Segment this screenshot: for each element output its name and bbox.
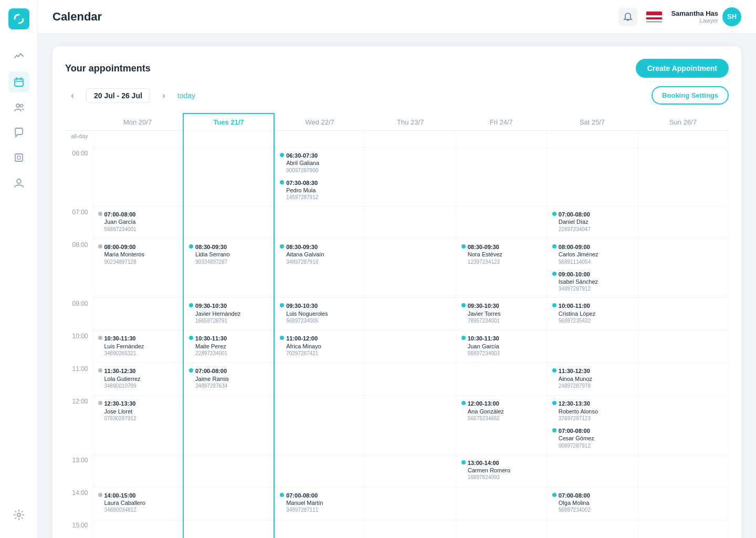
- 1200-fri: 12:00-13:00 Ana González 56675234682: [456, 396, 547, 454]
- appt-mon-0800[interactable]: 08:00-09:00 Maria Monteros 90234897128: [95, 241, 181, 267]
- 0800-mon: 08:00-09:00 Maria Monteros 90234897128: [92, 239, 183, 298]
- appt-details: 08:00-09:00 Carlos Jiménez 56891114054: [559, 243, 598, 265]
- svg-point-9: [17, 513, 20, 516]
- appt-wed-0930[interactable]: 09:30-10:30 Luis Nogueroles 56897234005: [277, 300, 363, 326]
- content-area: Your appointments Create Appointment ‹ 2…: [38, 34, 756, 538]
- appt-dot: [280, 244, 284, 249]
- appt-sat-0900[interactable]: 09:00-10:00 Isabel Sánchez 34897287912: [549, 268, 635, 295]
- 1000-sun: [637, 330, 728, 363]
- allday-mon: [92, 131, 183, 148]
- 1100-sun: [637, 363, 728, 396]
- appt-wed-1100[interactable]: 11:00-12:00 África Minayo 70297287421: [277, 333, 363, 359]
- allday-tue: [183, 131, 274, 148]
- 0600-sat: [547, 148, 637, 206]
- 0800-thu: [365, 239, 456, 298]
- user-role: Lawyer: [671, 17, 718, 24]
- 1200-wed: [274, 396, 365, 454]
- 1500-thu: [365, 520, 456, 538]
- appt-dot: [280, 303, 284, 307]
- appt-dot: [461, 303, 466, 307]
- today-button[interactable]: today: [177, 91, 195, 100]
- user-avatar[interactable]: SH: [722, 7, 741, 26]
- appt-details: 07:00-08:00 Jaime Ramis 34897287634: [195, 367, 229, 389]
- card-header: Your appointments Create Appointment: [65, 59, 729, 78]
- 0900-fri: 09:30-10:30 Javier Torres 78957234001: [456, 298, 547, 330]
- sidebar-item-calendar[interactable]: [8, 71, 29, 92]
- appt-wed-0630[interactable]: 06:30-07:30 Abril Galiana 00097287900: [277, 150, 363, 176]
- 1500-fri: [456, 520, 547, 538]
- appt-wed-0730[interactable]: 07:30-08:30 Pedro Mula 14597287912: [277, 177, 363, 203]
- appt-details: 12:30-13:30 Roberto Alonso 37697287123: [559, 400, 598, 422]
- appt-details: 13:00-14:00 Carmen Romero 16897824093: [468, 459, 510, 481]
- 0600-fri: [456, 148, 547, 206]
- appt-fri-0930[interactable]: 09:30-10:30 Javier Torres 78957234001: [458, 300, 544, 326]
- row-1500: 15:00: [65, 520, 729, 538]
- appt-fri-1200[interactable]: 12:00-13:00 Ana González 56675234682: [458, 398, 544, 424]
- create-appointment-button[interactable]: Create Appointment: [636, 59, 729, 78]
- sidebar: [0, 0, 38, 538]
- page-title: Calendar: [52, 10, 618, 24]
- next-week-button[interactable]: ›: [156, 88, 171, 103]
- appt-tue-0700b[interactable]: 07:00-08:00 Jaime Ramis 34897287634: [186, 365, 271, 391]
- prev-week-button[interactable]: ‹: [65, 88, 80, 103]
- sidebar-item-contacts[interactable]: [8, 97, 29, 118]
- appt-mon-1030[interactable]: 10:30-11:30 Luis Fernández 34890265321: [95, 333, 181, 359]
- appt-dot: [189, 336, 193, 340]
- 0900-wed: 09:30-10:30 Luis Nogueroles 56897234005: [274, 298, 365, 330]
- appt-sat-0800[interactable]: 08:00-09:00 Carlos Jiménez 56891114054: [549, 241, 635, 267]
- 1100-tue: 07:00-08:00 Jaime Ramis 34897287634: [183, 363, 274, 396]
- appt-tue-0930[interactable]: 09:30-10:30 Javier Hernández 16659728791: [186, 300, 271, 326]
- col-header-thu: Thu 23/7: [365, 113, 456, 131]
- appt-wed-0700b[interactable]: 07:00-08:00 Manuel Martín 34897287111: [277, 490, 363, 516]
- appt-details: 10:30-11:30 Juan García 56897234003: [468, 335, 500, 357]
- 1300-fri: 13:00-14:00 Carmen Romero 16897824093: [456, 454, 547, 487]
- 0700-sun: [637, 206, 728, 239]
- sidebar-item-profile[interactable]: [8, 172, 29, 193]
- sidebar-item-settings[interactable]: [8, 504, 29, 525]
- sidebar-item-chat[interactable]: [8, 122, 29, 143]
- appt-details: 09:30-10:30 Luis Nogueroles 56897234005: [286, 302, 328, 324]
- appt-mon-1400[interactable]: 14:00-15:00 Laura Caballero 34890034812: [95, 490, 181, 516]
- appt-sat-0700b[interactable]: 07:00-08:00 Cesar Gómez 00897287912: [549, 425, 635, 451]
- sidebar-item-box[interactable]: [8, 147, 29, 168]
- 1200-thu: [365, 396, 456, 454]
- app-logo: [8, 8, 29, 29]
- appt-dot: [552, 212, 556, 216]
- 0600-thu: [365, 148, 456, 206]
- 1500-sat: [547, 520, 637, 538]
- appt-mon-0700[interactable]: 07:00-08:00 Juan García 56897234001: [95, 209, 181, 235]
- appt-sat-0700c[interactable]: 07:00-08:00 Olga Molina 56897234002: [549, 490, 635, 516]
- 0900-tue: 09:30-10:30 Javier Hernández 16659728791: [183, 298, 274, 330]
- appt-dot: [552, 368, 556, 373]
- appt-dot: [98, 244, 102, 249]
- 0800-tue: 08:30-09:30 Lidia Serrano 90334897287: [183, 239, 274, 298]
- row-1400: 14:00 14:00-15:00 Laura Caballero 348900…: [65, 487, 729, 520]
- appt-details: 08:30-09:30 Nora Estévez 12397234123: [468, 243, 502, 265]
- appt-sat-1230[interactable]: 12:30-13:30 Roberto Alonso 37697287123: [549, 398, 635, 424]
- appt-details: 09:00-10:00 Isabel Sánchez 34897287912: [559, 271, 598, 293]
- 1200-mon: 12:30-13:30 Jose Lloret 07830287912: [92, 396, 183, 454]
- appt-sat-0700[interactable]: 07:00-08:00 Daniel Díaz 22897234047: [549, 209, 635, 235]
- booking-settings-button[interactable]: Booking Settings: [652, 86, 729, 105]
- appt-mon-1230[interactable]: 12:30-13:30 Jose Lloret 07830287912: [95, 398, 181, 424]
- appt-fri-1300[interactable]: 13:00-14:00 Carmen Romero 16897824093: [458, 457, 544, 483]
- appt-details: 08:00-09:00 Maria Monteros 90234897128: [104, 243, 144, 265]
- appt-fri-1030[interactable]: 10:30-11:30 Juan García 56897234003: [458, 333, 544, 359]
- appt-sat-1130[interactable]: 11:30-12:30 Ainoa Munoz 24897287978: [549, 365, 635, 391]
- appt-mon-1130[interactable]: 11:30-12:30 Lola Gutierrez 34890010789: [95, 365, 181, 391]
- appt-sat-1000[interactable]: 10:00-11:00 Cristina López 56897235432: [549, 300, 635, 326]
- appt-wed-0830[interactable]: 08:30-09:30 Aitana Galvaín 34897287918: [277, 241, 363, 267]
- appt-tue-1030[interactable]: 10:30-11:30 Maite Perez 22897234001: [186, 333, 271, 359]
- sidebar-item-activity[interactable]: [8, 46, 29, 67]
- allday-label: all-day: [65, 131, 92, 148]
- appt-dot: [189, 368, 193, 373]
- appt-fri-0830[interactable]: 08:30-09:30 Nora Estévez 12397234123: [458, 241, 544, 267]
- 1400-mon: 14:00-15:00 Laura Caballero 34890034812: [92, 487, 183, 520]
- appt-details: 07:00-08:00 Cesar Gómez 00897287912: [559, 427, 594, 449]
- notifications-button[interactable]: [618, 7, 637, 26]
- language-selector[interactable]: [646, 11, 663, 23]
- appt-details: 12:00-13:00 Ana González 56675234682: [468, 400, 504, 422]
- 1400-wed: 07:00-08:00 Manuel Martín 34897287111: [274, 487, 365, 520]
- 0800-fri: 08:30-09:30 Nora Estévez 12397234123: [456, 239, 547, 298]
- appt-tue-0830[interactable]: 08:30-09:30 Lidia Serrano 90334897287: [186, 241, 271, 267]
